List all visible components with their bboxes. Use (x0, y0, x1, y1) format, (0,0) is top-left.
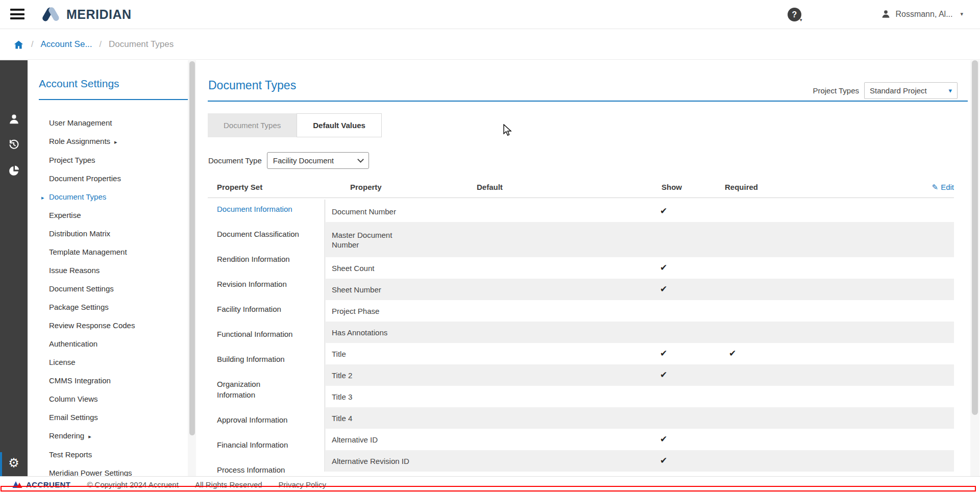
question-mark-icon: ? (788, 8, 801, 21)
property-set-financial-information[interactable]: Financial Information (217, 439, 322, 450)
show-check-icon: ✔ (660, 455, 667, 466)
property-name: Alternative Revision ID (332, 456, 409, 466)
table-header: Property Set Property Default Show Requi… (208, 183, 968, 198)
sidebar-item-document-settings[interactable]: Document Settings (49, 283, 181, 294)
left-icon-rail: ⚙ (0, 60, 28, 476)
sidebar-item-license[interactable]: License (49, 357, 181, 368)
sidebar-item-label: Expertise (49, 211, 81, 219)
sidebar-item-authentication[interactable]: Authentication (49, 338, 181, 350)
property-name: Sheet Count (332, 263, 374, 273)
sidebar-item-distribution-matrix[interactable]: Distribution Matrix (49, 228, 181, 239)
project-types-dropdown[interactable]: Standard Project ▾ (864, 82, 958, 99)
property-name: Project Phase (332, 306, 379, 316)
sidebar-item-label: User Management (49, 118, 112, 127)
sidebar-item-document-types[interactable]: ▸Document Types (49, 191, 181, 203)
sidebar-item-label: Test Reports (49, 450, 92, 459)
sidebar-item-document-properties[interactable]: Document Properties (49, 173, 181, 184)
property-set-functional-information[interactable]: Functional Information (217, 329, 322, 339)
pencil-icon: ✎ (932, 183, 939, 191)
sidebar-item-user-management[interactable]: User Management (49, 117, 181, 129)
sidebar-item-label: Column Views (49, 395, 98, 403)
show-check-icon: ✔ (660, 206, 667, 216)
table-row-master-document-number: Master Document Number (326, 222, 954, 257)
tab-document-types[interactable]: Document Types (208, 113, 297, 137)
property-name: Title 3 (332, 392, 352, 402)
property-rows: Document Number✔Master Document NumberSh… (326, 201, 954, 472)
show-check-icon: ✔ (660, 370, 667, 380)
sidebar-item-role-assignments[interactable]: Role Assignments▸ (49, 136, 181, 147)
sidebar-item-project-types[interactable]: Project Types (49, 155, 181, 166)
breadcrumb-current: Document Types (109, 39, 174, 50)
sidebar-title-rule (39, 99, 190, 100)
table-row-title-2: Title 2✔ (326, 364, 954, 386)
pie-chart-icon[interactable] (0, 165, 28, 179)
property-name: Title 4 (332, 413, 352, 423)
table-row-project-phase: Project Phase (326, 300, 954, 322)
property-name: Alternative ID (332, 435, 378, 445)
tab-default-values[interactable]: Default Values (297, 113, 382, 137)
document-type-value: Facility Document (273, 156, 334, 165)
property-set-process-information[interactable]: Process Information (217, 464, 322, 475)
sidebar-item-label: Authentication (49, 339, 97, 348)
sidebar-item-label: CMMS Integration (49, 376, 111, 385)
property-name: Title (332, 349, 346, 359)
sidebar-item-rendering[interactable]: Rendering▸ (49, 430, 181, 442)
project-types-value: Standard Project (870, 86, 927, 95)
col-show: Show (662, 183, 682, 191)
user-menu-button[interactable]: Rossmann, Al... ▾ (881, 9, 963, 19)
breadcrumb-separator: / (100, 40, 102, 49)
property-set-approval-information[interactable]: Approval Information (217, 414, 322, 425)
user-name: Rossmann, Al... (895, 10, 952, 19)
hamburger-menu-icon[interactable] (10, 9, 24, 20)
show-check-icon: ✔ (660, 434, 667, 445)
col-default: Default (477, 183, 503, 191)
page-scrollbar-thumb[interactable] (972, 60, 978, 415)
property-set-organization-information[interactable]: Organization Information (217, 379, 322, 400)
sidebar-item-column-views[interactable]: Column Views (49, 393, 181, 405)
chevron-down-icon: ▾ (800, 17, 802, 22)
edit-button[interactable]: ✎Edit (932, 183, 954, 192)
property-set-document-classification[interactable]: Document Classification (217, 229, 322, 239)
sidebar-item-template-management[interactable]: Template Management (49, 247, 181, 258)
history-icon[interactable] (0, 138, 28, 153)
table-header-border (208, 198, 954, 198)
users-icon[interactable] (0, 113, 28, 127)
top-bar: MERIDIAN ? ▾ Rossmann, Al... ▾ (0, 0, 980, 29)
help-menu-button[interactable]: ? ▾ (788, 8, 805, 23)
sidebar-item-email-settings[interactable]: Email Settings (49, 412, 181, 423)
sidebar-scrollbar[interactable] (188, 60, 196, 476)
settings-rail-item[interactable]: ⚙ (0, 452, 28, 476)
property-set-rendition-information[interactable]: Rendition Information (217, 254, 322, 264)
table-row-alternative-revision-id: Alternative Revision ID✔ (326, 450, 954, 472)
sidebar-item-label: Review Response Codes (49, 321, 135, 330)
sidebar-item-label: Project Types (49, 156, 95, 164)
page-scrollbar[interactable] (970, 60, 979, 476)
caret-down-icon: ▾ (948, 87, 952, 94)
submenu-arrow-icon: ▸ (114, 139, 117, 145)
document-type-select[interactable]: Facility Document (267, 152, 369, 169)
sidebar-item-review-response-codes[interactable]: Review Response Codes (49, 320, 181, 331)
sidebar-item-issue-reasons[interactable]: Issue Reasons (49, 265, 181, 276)
sidebar-item-label: License (49, 358, 76, 366)
highlight-red-box (1, 486, 976, 491)
property-set-document-information[interactable]: Document Information (217, 204, 322, 214)
table-row-sheet-number: Sheet Number✔ (326, 279, 954, 300)
sidebar-item-expertise[interactable]: Expertise (49, 210, 181, 221)
sidebar-item-cmms-integration[interactable]: CMMS Integration (49, 375, 181, 386)
property-set-revision-information[interactable]: Revision Information (217, 279, 322, 289)
sidebar-item-test-reports[interactable]: Test Reports (49, 449, 181, 460)
show-check-icon: ✔ (660, 262, 667, 273)
sidebar-item-package-settings[interactable]: Package Settings (49, 302, 181, 313)
sidebar-item-label: Distribution Matrix (49, 229, 110, 238)
sidebar-item-meridian-power-settings[interactable]: Meridian Power Settings (49, 468, 181, 476)
sidebar-item-label: Document Types (49, 192, 106, 201)
meridian-logo-icon (39, 5, 62, 27)
breadcrumb-link-account-settings[interactable]: Account Se... (40, 39, 92, 50)
table-row-title-4: Title 4 (326, 407, 954, 429)
home-icon[interactable] (13, 39, 24, 50)
sidebar-scrollbar-thumb[interactable] (189, 61, 195, 435)
breadcrumb: / Account Se... / Document Types (0, 30, 980, 60)
property-set-building-information[interactable]: Building Information (217, 354, 322, 364)
property-set-facility-information[interactable]: Facility Information (217, 304, 322, 314)
property-name: Master Document Number (332, 230, 392, 250)
